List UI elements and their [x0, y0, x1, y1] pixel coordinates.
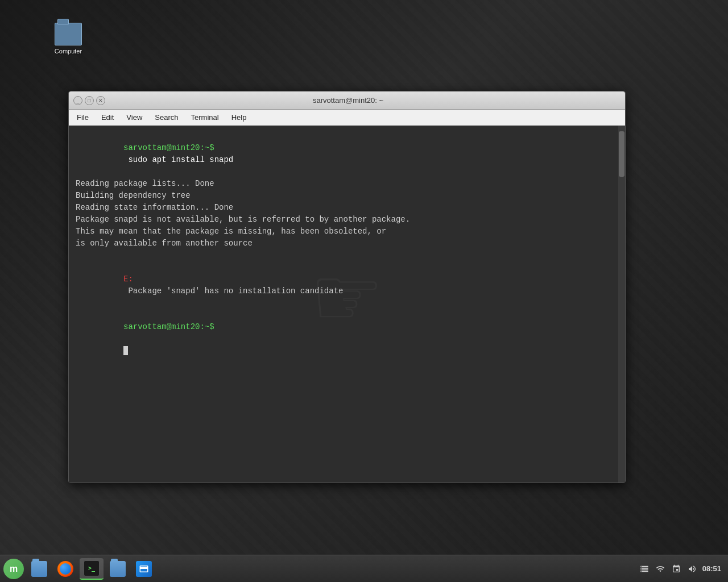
- store-icon: [136, 561, 152, 577]
- menu-bar: File Edit View Search Terminal Help: [69, 110, 625, 126]
- tray-volume-icon[interactable]: [686, 563, 698, 575]
- computer-icon: [55, 23, 82, 45]
- terminal-taskbar-icon: >_: [84, 560, 100, 576]
- terminal-line-2: Reading package lists... Done: [76, 178, 618, 190]
- nemo-folder-icon: [110, 561, 126, 577]
- taskbar-right: 08:51: [639, 563, 726, 575]
- terminal-window: _ □ ✕ sarvottam@mint20: ~ File Edit View…: [68, 91, 626, 483]
- menu-file[interactable]: File: [71, 111, 94, 124]
- terminal-line-7: is only available from another source: [76, 238, 618, 250]
- menu-help[interactable]: Help: [226, 111, 253, 124]
- store-taskbar-icon: [136, 561, 152, 577]
- window-title: sarvottam@mint20: ~: [105, 96, 591, 105]
- terminal-line-3: Building dependency tree: [76, 190, 618, 202]
- taskbar-terminal-button[interactable]: >_: [80, 558, 104, 580]
- title-bar: _ □ ✕ sarvottam@mint20: ~: [69, 92, 625, 110]
- terminal-line-1: sarvottam@mint20:~$ sudo apt install sna…: [76, 130, 618, 178]
- mint-logo-icon: m: [3, 559, 24, 579]
- terminal-line-8: [76, 250, 618, 261]
- taskbar-mint-menu[interactable]: m: [2, 558, 25, 580]
- terminal-icon: >_: [84, 560, 100, 576]
- taskbar-files-button[interactable]: [27, 558, 51, 580]
- taskbar-firefox-button[interactable]: [53, 558, 77, 580]
- firefox-taskbar-icon: [57, 561, 73, 577]
- terminal-line-5: Package snapd is not available, but is r…: [76, 214, 618, 226]
- terminal-line-10: sarvottam@mint20:~$: [76, 309, 618, 369]
- taskbar: m >_: [0, 555, 728, 582]
- restore-button[interactable]: □: [85, 96, 94, 105]
- menu-terminal[interactable]: Terminal: [185, 111, 225, 124]
- terminal-line-6: This may mean that the package is missin…: [76, 226, 618, 238]
- menu-edit[interactable]: Edit: [96, 111, 119, 124]
- nemo-taskbar-icon: [110, 561, 126, 577]
- prompt-2: sarvottam@mint20:~$: [123, 322, 214, 331]
- terminal-line-9: E: Package 'snapd' has no installation c…: [76, 261, 618, 309]
- error-message: Package 'snapd' has no installation cand…: [123, 286, 343, 296]
- files-taskbar-icon: [31, 561, 47, 577]
- terminal-body[interactable]: ☞ sarvottam@mint20:~$ sudo apt install s…: [69, 126, 625, 483]
- firefox-icon: [57, 561, 73, 577]
- menu-view[interactable]: View: [121, 111, 148, 124]
- terminal-line-4: Reading state information... Done: [76, 202, 618, 214]
- prompt-space: [123, 334, 128, 343]
- menu-search[interactable]: Search: [149, 111, 184, 124]
- taskbar-nemo-button[interactable]: [106, 558, 130, 580]
- minimize-button[interactable]: _: [73, 96, 82, 105]
- desktop-icon-label: Computer: [55, 48, 82, 55]
- scrollbar-thumb[interactable]: [619, 131, 624, 177]
- terminal-content: sarvottam@mint20:~$ sudo apt install sna…: [76, 130, 618, 369]
- desktop-icon-computer[interactable]: Computer: [46, 23, 91, 55]
- tray-connections-icon[interactable]: [671, 563, 682, 575]
- desktop: Computer _ □ ✕ sarvottam@mint20: ~ File …: [0, 0, 728, 582]
- time-display: 08:51: [702, 564, 721, 573]
- system-clock[interactable]: 08:51: [702, 564, 721, 573]
- taskbar-store-button[interactable]: [132, 558, 156, 580]
- command-1: sudo apt install snapd: [123, 155, 233, 164]
- close-button[interactable]: ✕: [96, 96, 105, 105]
- prompt-1: sarvottam@mint20:~$: [123, 143, 214, 152]
- error-prefix: E:: [123, 275, 133, 284]
- taskbar-left: m >_: [2, 558, 156, 580]
- terminal-scrollbar[interactable]: [618, 126, 625, 483]
- terminal-cursor: [123, 346, 128, 355]
- tray-network-icon[interactable]: [655, 563, 666, 575]
- folder-icon: [31, 561, 47, 577]
- title-bar-controls: _ □ ✕: [73, 96, 105, 105]
- tray-drives-icon[interactable]: [639, 563, 650, 575]
